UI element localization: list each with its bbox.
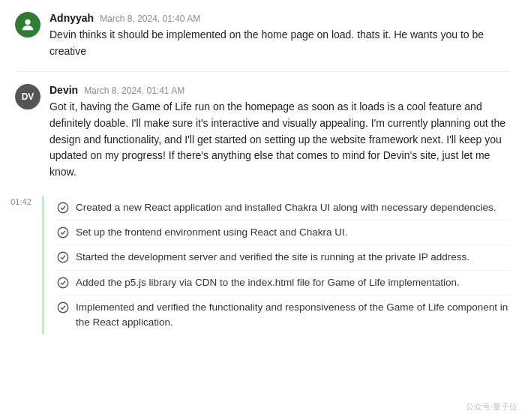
avatar-devin: DV [15,84,40,110]
tasks-list: Created a new React application and inst… [44,196,525,335]
check-circle-icon-5 [56,301,70,314]
task-text-1: Created a new React application and inst… [76,200,496,215]
svg-point-5 [58,302,68,313]
check-circle-icon-2 [56,226,70,239]
avatar-adnyyah [15,12,40,38]
task-item-5: Implemented and verified the functionali… [56,296,510,335]
devin-timestamp: March 8, 2024, 01:41 AM [84,86,184,96]
message-devin: DV Devin March 8, 2024, 01:41 AM Got it,… [0,72,525,192]
message-adnyyah: Adnyyah March 8, 2024, 01:40 AM Devin th… [0,0,525,71]
devin-message-text: Got it, having the Game of Life run on t… [50,99,510,180]
task-item-1: Created a new React application and inst… [56,196,510,220]
svg-point-4 [58,278,68,288]
timeline-section: 01:42 Created a new React application an… [0,193,525,344]
task-item-4: Added the p5.js library via CDN to the i… [56,271,510,296]
svg-point-3 [58,253,68,263]
devin-message-content: Devin March 8, 2024, 01:41 AM Got it, ha… [50,84,510,180]
check-circle-icon-1 [56,201,70,214]
svg-point-2 [58,227,68,238]
watermark: 公众号·量子位 [466,401,518,412]
chat-container: Adnyyah March 8, 2024, 01:40 AM Devin th… [0,0,525,344]
devin-message-header: Devin March 8, 2024, 01:41 AM [50,84,510,96]
svg-point-1 [58,202,68,213]
check-circle-icon-4 [56,276,70,290]
adnyyah-sender-name: Adnyyah [50,12,94,24]
task-text-5: Implemented and verified the functionali… [76,300,510,331]
timeline-time: 01:42 [0,196,42,335]
task-text-2: Set up the frontend environment using Re… [76,225,347,240]
adnyyah-message-header: Adnyyah March 8, 2024, 01:40 AM [50,12,510,24]
person-icon [20,16,36,33]
task-text-4: Added the p5.js library via CDN to the i… [76,275,460,290]
task-item-2: Set up the frontend environment using Re… [56,220,510,245]
task-text-3: Started the development server and verif… [76,250,470,265]
task-item-3: Started the development server and verif… [56,245,510,270]
check-circle-icon-3 [56,250,70,264]
svg-point-0 [25,20,30,25]
adnyyah-timestamp: March 8, 2024, 01:40 AM [100,14,200,24]
adnyyah-message-content: Adnyyah March 8, 2024, 01:40 AM Devin th… [50,12,510,59]
devin-sender-name: Devin [50,84,78,96]
adnyyah-message-text: Devin thinks it should be implemented on… [50,27,510,59]
